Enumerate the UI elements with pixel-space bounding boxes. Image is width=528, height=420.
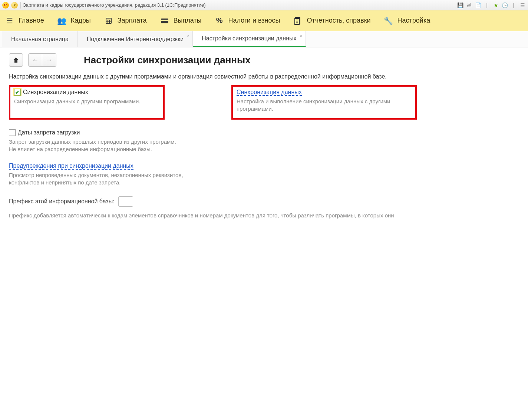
app-menu-dropdown[interactable]: ▾: [11, 2, 18, 9]
app-logo-icon: 1c: [2, 2, 9, 9]
sync-checkbox-row: ✔ Синхронизация данных: [14, 89, 159, 96]
sync-enable-box: ✔ Синхронизация данных Синхронизация дан…: [9, 85, 165, 120]
menu-main[interactable]: ☰ Главное: [4, 14, 46, 27]
two-column: ✔ Синхронизация данных Синхронизация дан…: [9, 85, 519, 120]
load-dates-row: Даты запрета загрузки: [9, 129, 519, 136]
tabs-row: Начальная страница Подключение Интернет-…: [0, 31, 528, 47]
svg-rect-4: [110, 20, 111, 21]
copy-icon[interactable]: 📄: [475, 2, 481, 9]
people-icon: 👥: [57, 16, 66, 25]
svg-rect-8: [161, 19, 168, 23]
load-dates-label: Даты запрета загрузки: [18, 129, 80, 136]
warnings-link[interactable]: Предупреждения при синхронизации данных: [9, 163, 133, 170]
tab-label: Подключение Интернет-поддержки: [87, 36, 184, 43]
tab-sync-settings[interactable]: Настройки синхронизации данных ×: [193, 31, 306, 47]
sync-link[interactable]: Синхронизация данных: [237, 89, 302, 96]
tab-internet-support[interactable]: Подключение Интернет-поддержки ×: [78, 31, 193, 47]
prefix-input[interactable]: [118, 196, 133, 207]
home-icon: [13, 57, 19, 63]
menu-label: Выплаты: [174, 17, 202, 24]
menu-personnel[interactable]: 👥 Кадры: [56, 14, 92, 27]
main-menu: ☰ Главное 👥 Кадры Зарплата Выплаты % Нал…: [0, 10, 528, 31]
svg-rect-5: [106, 22, 108, 23]
save-icon[interactable]: 💾: [457, 2, 463, 9]
menu-label: Настройка: [397, 17, 430, 24]
calculator-icon: [104, 16, 113, 25]
titlebar-right-icons: 💾 🖶 📄 | ★ 🕓 | ☰: [457, 2, 526, 9]
prefix-desc: Префикс добавляется автоматически к кода…: [9, 212, 519, 219]
menu-salary[interactable]: Зарплата: [103, 14, 148, 27]
menu-label: Зарплата: [118, 17, 147, 24]
svg-rect-2: [106, 20, 108, 21]
svg-rect-7: [110, 22, 111, 23]
close-icon[interactable]: ×: [300, 33, 303, 39]
svg-rect-3: [108, 20, 109, 21]
svg-rect-1: [106, 19, 111, 20]
history-icon[interactable]: 🕓: [501, 2, 508, 9]
menu-payments[interactable]: Выплаты: [159, 14, 203, 27]
svg-rect-9: [161, 20, 168, 21]
titlebar: 1c ▾ Зарплата и кадры государственного у…: [0, 0, 528, 10]
menu-label: Кадры: [71, 17, 91, 24]
page-content: ← → Настройки синхронизации данных Настр…: [0, 47, 528, 225]
nav-pair: ← →: [28, 53, 56, 67]
close-icon[interactable]: ×: [187, 33, 189, 39]
svg-rect-6: [108, 22, 109, 23]
arrow-right-icon: →: [46, 56, 53, 64]
load-dates-section: Даты запрета загрузки Запрет загрузки да…: [9, 129, 519, 153]
load-dates-desc: Запрет загрузки данных прошлых периодов …: [9, 138, 519, 153]
separator: |: [510, 2, 517, 9]
percent-icon: %: [215, 16, 224, 25]
forward-button[interactable]: →: [42, 53, 56, 67]
menu-label: Отчетность, справки: [307, 17, 370, 24]
window-title: Зарплата и кадры государственного учрежд…: [23, 2, 206, 8]
home-button[interactable]: [9, 53, 23, 67]
back-button[interactable]: ←: [28, 53, 42, 67]
sync-checkbox[interactable]: ✔: [14, 89, 21, 96]
menu-settings[interactable]: 🔧 Настройка: [383, 14, 432, 27]
separator: |: [484, 2, 490, 9]
tab-label: Настройки синхронизации данных: [202, 35, 296, 42]
wallet-icon: [160, 16, 169, 25]
menu-icon: ☰: [5, 16, 14, 25]
sync-link-desc: Настройка и выполнение синхронизации дан…: [237, 98, 412, 113]
panel-icon[interactable]: ☰: [519, 2, 526, 9]
page-title: Настройки синхронизации данных: [84, 54, 251, 66]
documents-icon: [293, 16, 302, 25]
menu-taxes[interactable]: % Налоги и взносы: [214, 14, 282, 27]
menu-label: Налоги и взносы: [228, 17, 280, 24]
print-icon[interactable]: 🖶: [466, 2, 472, 9]
sync-link-box: Синхронизация данных Настройка и выполне…: [231, 85, 417, 120]
nav-row: ← → Настройки синхронизации данных: [9, 53, 519, 67]
prefix-label: Префикс этой информационной базы:: [9, 198, 115, 205]
prefix-row: Префикс этой информационной базы:: [9, 196, 519, 207]
arrow-left-icon: ←: [32, 56, 39, 64]
sync-checkbox-desc: Синхронизация данных с другими программа…: [14, 98, 159, 105]
tab-start-page[interactable]: Начальная страница: [2, 31, 78, 47]
menu-reports[interactable]: Отчетность, справки: [292, 14, 372, 27]
prefix-section: Префикс этой информационной базы: Префик…: [9, 196, 519, 219]
favorite-icon[interactable]: ★: [492, 2, 499, 9]
tab-label: Начальная страница: [11, 36, 69, 43]
warnings-section: Предупреждения при синхронизации данных …: [9, 163, 519, 187]
wrench-icon: 🔧: [384, 16, 393, 25]
warnings-desc: Просмотр непроведенных документов, незап…: [9, 171, 519, 187]
sync-checkbox-label: Синхронизация данных: [23, 89, 88, 96]
load-dates-checkbox[interactable]: [9, 129, 16, 136]
svg-rect-11: [295, 19, 299, 24]
separator: [20, 2, 21, 9]
intro-text: Настройка синхронизации данных с другими…: [9, 73, 519, 80]
menu-label: Главное: [19, 17, 44, 24]
